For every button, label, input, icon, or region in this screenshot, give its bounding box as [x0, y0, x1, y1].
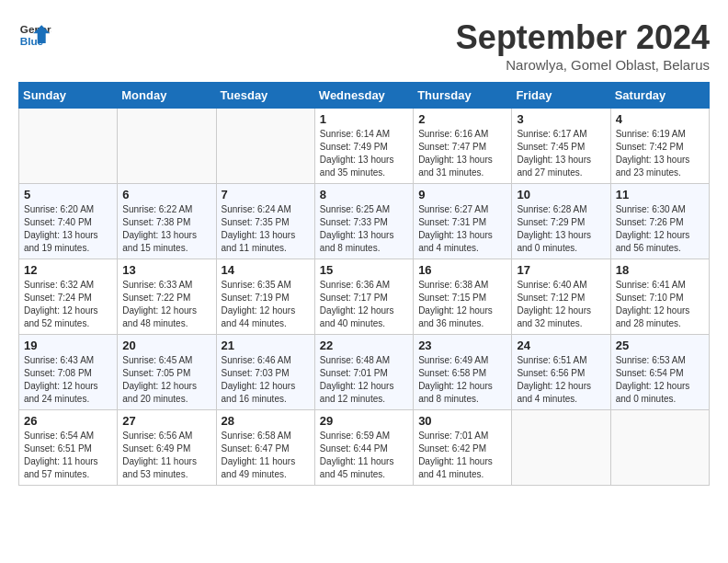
empty-day	[19, 109, 118, 184]
day-info: Sunrise: 6:16 AM Sunset: 7:47 PM Dayligh…	[418, 128, 506, 179]
day-number: 2	[418, 112, 506, 126]
day-header-thursday: Thursday	[414, 83, 512, 109]
day-info: Sunrise: 7:01 AM Sunset: 6:42 PM Dayligh…	[418, 430, 506, 481]
calendar-day-19: 19Sunrise: 6:43 AM Sunset: 7:08 PM Dayli…	[19, 335, 118, 410]
day-info: Sunrise: 6:32 AM Sunset: 7:24 PM Dayligh…	[24, 279, 112, 330]
day-info: Sunrise: 6:51 AM Sunset: 6:56 PM Dayligh…	[517, 354, 605, 406]
day-info: Sunrise: 6:19 AM Sunset: 7:42 PM Dayligh…	[616, 128, 704, 179]
day-header-tuesday: Tuesday	[216, 83, 314, 109]
month-title: September 2024	[456, 18, 710, 57]
calendar-week-2: 5Sunrise: 6:20 AM Sunset: 7:40 PM Daylig…	[19, 184, 710, 259]
calendar-day-5: 5Sunrise: 6:20 AM Sunset: 7:40 PM Daylig…	[19, 184, 118, 259]
day-info: Sunrise: 6:27 AM Sunset: 7:31 PM Dayligh…	[418, 203, 506, 255]
logo: General Blue	[18, 18, 51, 52]
calendar-day-21: 21Sunrise: 6:46 AM Sunset: 7:03 PM Dayli…	[216, 335, 314, 410]
calendar-day-4: 4Sunrise: 6:19 AM Sunset: 7:42 PM Daylig…	[610, 109, 709, 184]
day-info: Sunrise: 6:53 AM Sunset: 6:54 PM Dayligh…	[616, 354, 704, 406]
day-number: 16	[418, 263, 506, 277]
day-info: Sunrise: 6:46 AM Sunset: 7:03 PM Dayligh…	[222, 354, 310, 406]
logo-icon: General Blue	[18, 18, 51, 52]
location: Narowlya, Gomel Oblast, Belarus	[456, 57, 710, 73]
day-number: 4	[616, 112, 704, 126]
day-info: Sunrise: 6:36 AM Sunset: 7:17 PM Dayligh…	[320, 279, 408, 330]
empty-day	[118, 109, 216, 184]
calendar-header-row: SundayMondayTuesdayWednesdayThursdayFrid…	[19, 83, 710, 109]
day-info: Sunrise: 6:35 AM Sunset: 7:19 PM Dayligh…	[222, 279, 310, 330]
calendar-day-26: 26Sunrise: 6:54 AM Sunset: 6:51 PM Dayli…	[19, 410, 118, 486]
day-info: Sunrise: 6:20 AM Sunset: 7:40 PM Dayligh…	[24, 203, 112, 255]
calendar-day-16: 16Sunrise: 6:38 AM Sunset: 7:15 PM Dayli…	[414, 259, 512, 335]
day-info: Sunrise: 6:14 AM Sunset: 7:49 PM Dayligh…	[320, 128, 408, 179]
calendar-day-3: 3Sunrise: 6:17 AM Sunset: 7:45 PM Daylig…	[512, 109, 610, 184]
calendar-body: 1Sunrise: 6:14 AM Sunset: 7:49 PM Daylig…	[19, 109, 710, 486]
day-number: 29	[320, 414, 408, 428]
day-header-wednesday: Wednesday	[314, 83, 413, 109]
day-number: 6	[122, 188, 210, 201]
day-number: 30	[418, 414, 506, 428]
day-number: 11	[616, 188, 704, 201]
calendar-week-4: 19Sunrise: 6:43 AM Sunset: 7:08 PM Dayli…	[19, 335, 710, 410]
calendar-day-11: 11Sunrise: 6:30 AM Sunset: 7:26 PM Dayli…	[610, 184, 709, 259]
calendar-week-5: 26Sunrise: 6:54 AM Sunset: 6:51 PM Dayli…	[19, 410, 710, 486]
day-number: 13	[122, 263, 210, 277]
calendar-day-24: 24Sunrise: 6:51 AM Sunset: 6:56 PM Dayli…	[512, 335, 610, 410]
calendar-week-3: 12Sunrise: 6:32 AM Sunset: 7:24 PM Dayli…	[19, 259, 710, 335]
calendar-day-29: 29Sunrise: 6:59 AM Sunset: 6:44 PM Dayli…	[314, 410, 413, 486]
day-number: 22	[320, 339, 408, 352]
calendar-day-13: 13Sunrise: 6:33 AM Sunset: 7:22 PM Dayli…	[118, 259, 216, 335]
day-number: 9	[418, 188, 506, 201]
day-number: 25	[616, 339, 704, 352]
calendar-day-17: 17Sunrise: 6:40 AM Sunset: 7:12 PM Dayli…	[512, 259, 610, 335]
calendar-day-15: 15Sunrise: 6:36 AM Sunset: 7:17 PM Dayli…	[314, 259, 413, 335]
svg-text:General: General	[20, 23, 51, 35]
day-number: 3	[517, 112, 605, 126]
day-number: 5	[24, 188, 112, 201]
day-info: Sunrise: 6:38 AM Sunset: 7:15 PM Dayligh…	[418, 279, 506, 330]
day-number: 27	[122, 414, 210, 428]
calendar-day-8: 8Sunrise: 6:25 AM Sunset: 7:33 PM Daylig…	[314, 184, 413, 259]
day-info: Sunrise: 6:48 AM Sunset: 7:01 PM Dayligh…	[320, 354, 408, 406]
day-info: Sunrise: 6:45 AM Sunset: 7:05 PM Dayligh…	[122, 354, 210, 406]
empty-day	[216, 109, 314, 184]
calendar-day-10: 10Sunrise: 6:28 AM Sunset: 7:29 PM Dayli…	[512, 184, 610, 259]
calendar-day-30: 30Sunrise: 7:01 AM Sunset: 6:42 PM Dayli…	[414, 410, 512, 486]
calendar-day-12: 12Sunrise: 6:32 AM Sunset: 7:24 PM Dayli…	[19, 259, 118, 335]
day-number: 26	[24, 414, 112, 428]
day-number: 15	[320, 263, 408, 277]
calendar-day-1: 1Sunrise: 6:14 AM Sunset: 7:49 PM Daylig…	[314, 109, 413, 184]
day-info: Sunrise: 6:22 AM Sunset: 7:38 PM Dayligh…	[122, 203, 210, 255]
day-info: Sunrise: 6:41 AM Sunset: 7:10 PM Dayligh…	[616, 279, 704, 330]
calendar-day-28: 28Sunrise: 6:58 AM Sunset: 6:47 PM Dayli…	[216, 410, 314, 486]
day-number: 23	[418, 339, 506, 352]
day-info: Sunrise: 6:59 AM Sunset: 6:44 PM Dayligh…	[320, 430, 408, 481]
calendar-day-22: 22Sunrise: 6:48 AM Sunset: 7:01 PM Dayli…	[314, 335, 413, 410]
day-info: Sunrise: 6:33 AM Sunset: 7:22 PM Dayligh…	[122, 279, 210, 330]
day-info: Sunrise: 6:28 AM Sunset: 7:29 PM Dayligh…	[517, 203, 605, 255]
day-info: Sunrise: 6:40 AM Sunset: 7:12 PM Dayligh…	[517, 279, 605, 330]
calendar-day-18: 18Sunrise: 6:41 AM Sunset: 7:10 PM Dayli…	[610, 259, 709, 335]
calendar-day-20: 20Sunrise: 6:45 AM Sunset: 7:05 PM Dayli…	[118, 335, 216, 410]
day-info: Sunrise: 6:17 AM Sunset: 7:45 PM Dayligh…	[517, 128, 605, 179]
calendar-day-14: 14Sunrise: 6:35 AM Sunset: 7:19 PM Dayli…	[216, 259, 314, 335]
day-number: 21	[222, 339, 310, 352]
day-info: Sunrise: 6:43 AM Sunset: 7:08 PM Dayligh…	[24, 354, 112, 406]
calendar-day-25: 25Sunrise: 6:53 AM Sunset: 6:54 PM Dayli…	[610, 335, 709, 410]
calendar-day-6: 6Sunrise: 6:22 AM Sunset: 7:38 PM Daylig…	[118, 184, 216, 259]
day-number: 17	[517, 263, 605, 277]
day-number: 12	[24, 263, 112, 277]
day-number: 20	[122, 339, 210, 352]
day-number: 10	[517, 188, 605, 201]
day-header-sunday: Sunday	[19, 83, 118, 109]
day-info: Sunrise: 6:24 AM Sunset: 7:35 PM Dayligh…	[222, 203, 310, 255]
day-info: Sunrise: 6:49 AM Sunset: 6:58 PM Dayligh…	[418, 354, 506, 406]
day-number: 14	[222, 263, 310, 277]
day-info: Sunrise: 6:25 AM Sunset: 7:33 PM Dayligh…	[320, 203, 408, 255]
day-number: 18	[616, 263, 704, 277]
empty-day	[610, 410, 709, 486]
day-info: Sunrise: 6:56 AM Sunset: 6:49 PM Dayligh…	[122, 430, 210, 481]
title-block: September 2024 Narowlya, Gomel Oblast, B…	[456, 18, 710, 73]
calendar-day-27: 27Sunrise: 6:56 AM Sunset: 6:49 PM Dayli…	[118, 410, 216, 486]
day-number: 19	[24, 339, 112, 352]
calendar-table: SundayMondayTuesdayWednesdayThursdayFrid…	[18, 82, 710, 486]
day-info: Sunrise: 6:58 AM Sunset: 6:47 PM Dayligh…	[222, 430, 310, 481]
